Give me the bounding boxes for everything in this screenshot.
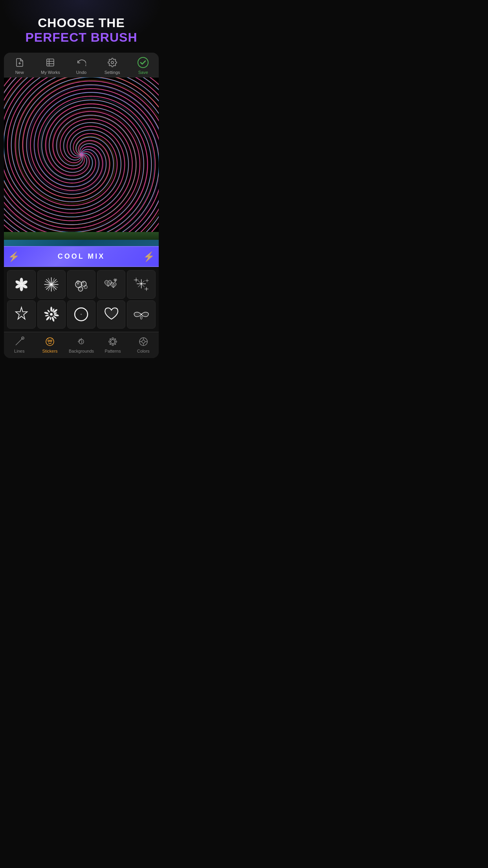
brush-grid [4,267,158,332]
save-icon [137,57,149,68]
svg-point-48 [50,317,52,320]
svg-point-60 [48,340,50,342]
header-line1: CHOOSE THE [8,16,155,30]
nav-patterns-label: Patterns [105,349,121,353]
toolbar-new[interactable]: New [8,57,31,75]
nav-lines-label: Lines [14,349,24,353]
svg-point-50 [45,314,49,317]
svg-point-53 [50,313,53,316]
toolbar-my-works[interactable]: My Works [39,57,62,75]
svg-point-27 [83,282,84,283]
svg-point-67 [109,341,110,342]
svg-point-73 [142,340,145,343]
svg-point-55 [81,314,82,315]
category-peek-blue [4,240,158,246]
toolbar-settings-label: Settings [105,70,120,75]
patterns-icon [107,336,118,347]
colors-icon [138,336,149,347]
svg-point-71 [114,343,116,344]
svg-point-45 [54,314,59,316]
svg-point-38 [146,289,147,289]
brush-sparkles[interactable] [127,270,155,298]
stickers-icon [44,336,55,347]
svg-point-70 [110,343,111,344]
svg-point-11 [20,283,23,286]
svg-point-64 [112,338,114,339]
category-peek-green [4,232,158,240]
svg-point-56 [141,314,142,315]
svg-point-63 [111,340,115,344]
svg-point-4 [138,57,148,68]
svg-point-26 [77,283,79,284]
svg-line-57 [16,338,23,345]
cool-mix-label: COOL MIX [58,252,105,260]
header-area: CHOOSE THE PERFECT BRUSH [0,0,163,53]
svg-point-51 [44,311,49,314]
svg-point-69 [114,338,116,340]
svg-point-32 [141,283,142,284]
toolbar-save-label: Save [138,70,148,75]
nav-colors[interactable]: Colors [132,336,155,353]
svg-point-49 [46,316,50,321]
lines-icon [14,336,25,347]
toolbar-my-works-label: My Works [41,70,60,75]
svg-point-20 [51,284,52,285]
canvas-area[interactable] [4,77,158,232]
brush-hearts[interactable] [97,270,125,298]
undo-icon [75,57,87,68]
nav-stickers-label: Stickers [42,349,58,353]
nav-lines[interactable]: Lines [7,336,31,353]
svg-point-61 [50,340,52,342]
toolbar-new-label: New [15,70,24,75]
brush-splat[interactable] [37,300,66,329]
toolbar-save[interactable]: Save [131,57,155,75]
header-line2: PERFECT BRUSH [8,30,155,45]
brush-star[interactable] [7,300,35,329]
svg-point-66 [112,344,114,346]
app-container: New My Works Undo [4,53,158,358]
brush-category-area [4,232,158,246]
svg-rect-2 [47,59,54,66]
gallery-icon [44,57,56,68]
cool-mix-banner[interactable]: COOL MIX [4,246,158,267]
brush-heart[interactable] [97,300,125,329]
backgrounds-icon [76,336,87,347]
brush-circle[interactable] [67,300,95,329]
toolbar-undo[interactable]: Undo [70,57,93,75]
brush-wings[interactable] [127,300,155,329]
svg-point-52 [47,309,50,313]
toolbar-undo-label: Undo [76,70,86,75]
toolbar: New My Works Undo [4,53,158,77]
nav-backgrounds[interactable]: Backgrounds [69,336,94,353]
toolbar-settings[interactable]: Settings [101,57,124,75]
bottom-nav: Lines Stickers [4,332,158,358]
svg-point-68 [110,338,111,340]
new-file-icon [14,57,26,68]
brush-flower[interactable] [7,270,35,298]
nav-backgrounds-label: Backgrounds [69,349,94,353]
nav-patterns[interactable]: Patterns [101,336,125,353]
brush-star-burst[interactable] [37,270,66,298]
brush-bubbles[interactable] [67,270,95,298]
nav-colors-label: Colors [137,349,150,353]
svg-point-23 [79,287,83,291]
svg-point-3 [111,61,114,64]
settings-icon [106,57,118,68]
svg-point-35 [136,280,136,280]
svg-point-24 [77,281,80,283]
svg-point-41 [50,307,52,312]
nav-stickers[interactable]: Stickers [38,336,62,353]
svg-point-25 [84,285,87,289]
svg-point-65 [115,341,117,342]
